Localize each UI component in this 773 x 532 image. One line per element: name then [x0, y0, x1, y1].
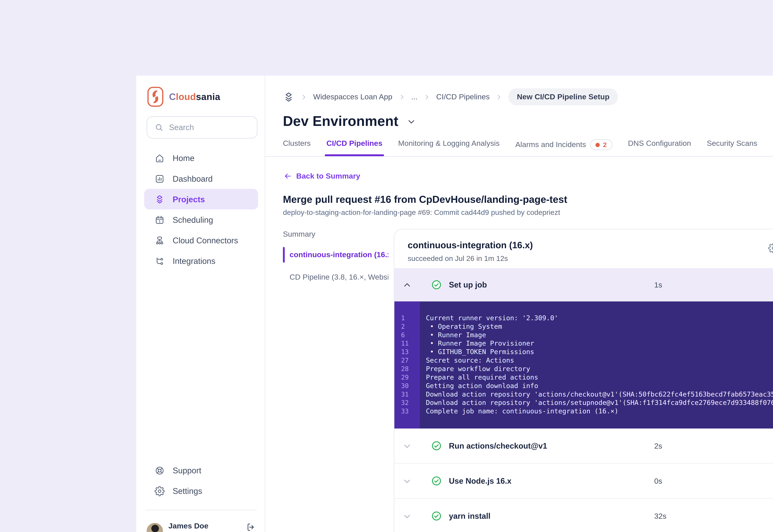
log-line-number: 29 [394, 374, 420, 381]
brand: Cloudsania [147, 87, 220, 106]
breadcrumb-current[interactable]: New CI/CD Pipeline Setup [508, 88, 618, 105]
sidebar-item-dashboard[interactable]: Dashboard [144, 168, 258, 189]
sidebar-item-icon [154, 194, 165, 204]
job-nav-item-continuous-integration-16-x[interactable]: continuous-integration (16.x) [283, 246, 388, 264]
tab-label: Monitoring & Logging Analysis [398, 139, 499, 148]
log-lines: 1 Current runner version: '2.309.0' 2 • … [394, 301, 773, 415]
step-row-run-actions-checkout-v1[interactable]: Run actions/checkout@v1 2s [394, 429, 773, 464]
breadcrumb-items: Widespacces Loan App ... CI/CD Pipelines [301, 93, 490, 101]
tab-label: Clusters [283, 139, 311, 148]
log-line-number: 32 [394, 399, 420, 406]
log-line-text: Getting action download info [420, 382, 538, 390]
log-line: 13 • GITHUB_TOKEN Permissions [394, 347, 773, 356]
sidebar-item-integrations[interactable]: Integrations [144, 251, 258, 271]
step-row-use-node-js-16-x[interactable]: Use Node.js 16.x 0s [394, 464, 773, 499]
log-line-number: 30 [394, 382, 420, 389]
tab-monitoring-logging-analysis[interactable]: Monitoring & Logging Analysis [398, 139, 499, 155]
log-line: 11 • Runner Image Provisioner [394, 339, 773, 347]
breadcrumb-label: Widespacces Loan App [313, 93, 392, 101]
log-line: 30 Getting action download info [394, 381, 773, 390]
sidebar-item-label: Support [173, 466, 201, 475]
sidebar-item-support[interactable]: Support [144, 460, 258, 481]
chevron-down-icon[interactable] [407, 117, 415, 126]
log-line: 6 • Runner Image [394, 330, 773, 339]
sidebar-item-scheduling[interactable]: 1 Scheduling [144, 209, 258, 230]
layers-icon [283, 91, 294, 103]
check-circle-icon [431, 441, 442, 451]
tab-label: Security Scans [707, 139, 757, 148]
log-line-text: • Operating System [420, 322, 502, 330]
tab-dns-configuration[interactable]: DNS Configuration [628, 139, 691, 155]
tab-label: CI/CD Pipelines [326, 139, 382, 148]
logout-icon[interactable] [246, 522, 256, 532]
job-nav-label: continuous-integration (16.x) [290, 251, 388, 259]
tab-clusters[interactable]: Clusters [283, 139, 311, 155]
log-line: 32 Download action repository 'actions/s… [394, 398, 773, 407]
job-nav-label: CD Pipeline (3.8, 16.×, Website, [290, 273, 388, 281]
gear-icon[interactable] [768, 243, 773, 254]
log-line: 33 Complete job name: continuous-integra… [394, 407, 773, 415]
sidebar-item-icon [154, 256, 165, 266]
page-title-row: Dev Environment [283, 113, 415, 130]
job-nav-item-cd-pipeline-3-8-16-website[interactable]: CD Pipeline (3.8, 16.×, Website, [283, 268, 388, 286]
sidebar-item-home[interactable]: Home [144, 148, 258, 168]
sidebar-divider [145, 510, 257, 510]
back-label: Back to Summary [296, 172, 360, 180]
step-name: Run actions/checkout@v1 [449, 441, 547, 450]
log-line-number: 2 [394, 323, 420, 330]
tab-ci-cd-pipelines[interactable]: CI/CD Pipelines [326, 139, 382, 155]
breadcrumb-item-ci-cd-pipelines[interactable]: CI/CD Pipelines [423, 93, 490, 101]
log-line-number: 13 [394, 348, 420, 355]
step-row-yarn-install[interactable]: yarn install 32s [394, 499, 773, 532]
tab-label: DNS Configuration [628, 139, 691, 148]
search-input[interactable]: Search [146, 116, 258, 139]
incident-count: 2 [603, 141, 607, 148]
chevron-up-icon[interactable] [403, 281, 411, 289]
user-name: James Doe [168, 522, 241, 530]
log-line: 28 Prepare workflow directory [394, 364, 773, 373]
log-line-text: Secret source: Actions [420, 356, 514, 364]
main-content: Widespacces Loan App ... CI/CD Pipelines… [265, 76, 773, 532]
step-duration: 1s [654, 281, 662, 289]
check-circle-icon [431, 280, 442, 290]
log-line-text: Complete job name: continuous-integratio… [420, 407, 619, 415]
log-line: 27 Secret source: Actions [394, 356, 773, 364]
step-duration: 0s [654, 477, 662, 485]
log-line-text: Current runner version: '2.309.0' [420, 314, 558, 322]
breadcrumb-item-[interactable]: ... [398, 93, 417, 101]
sidebar-item-cloud-connectors[interactable]: Cloud Connectors [144, 230, 258, 251]
breadcrumb-item-widespacces-loan-app[interactable]: Widespacces Loan App [301, 93, 392, 101]
log-line-text: Prepare workflow directory [420, 365, 530, 373]
sidebar-item-icon [154, 235, 165, 245]
job-nav-summary[interactable]: Summary [283, 227, 388, 241]
search-placeholder: Search [169, 123, 194, 132]
sidebar-item-icon [154, 465, 165, 475]
sidebar-item-label: Cloud Connectors [173, 236, 238, 245]
chevron-down-icon[interactable] [403, 512, 411, 520]
sidebar-item-settings[interactable]: Settings [144, 481, 258, 501]
breadcrumb-label: ... [411, 93, 417, 101]
sidebar-item-projects[interactable]: Projects [144, 189, 258, 209]
chevron-right-icon [398, 93, 405, 100]
step-row-set-up-job[interactable]: Set up job 1s [394, 268, 773, 302]
log-line-text: Download action repository 'actions/chec… [420, 390, 773, 398]
check-circle-icon [431, 511, 442, 521]
sidebar-item-icon [154, 486, 165, 496]
app-window: Cloudsania Search Home Dashboard Project… [136, 76, 773, 532]
job-header: continuous-integration (16.x) succeeded … [394, 229, 773, 268]
sidebar-item-icon: 1 [154, 215, 165, 225]
tab-label: Alarms and Incidents [515, 140, 586, 149]
tab-alarms-and-incidents[interactable]: Alarms and Incidents 2 [515, 139, 612, 157]
run-title: Merge pull request #16 from CpDevHouse/l… [283, 194, 567, 205]
user-card[interactable]: James Doe james@pensania.com [146, 516, 256, 532]
chevron-down-icon[interactable] [403, 441, 411, 450]
back-to-summary-link[interactable]: Back to Summary [284, 172, 360, 180]
log-line: 1 Current runner version: '2.309.0' [394, 314, 773, 322]
tab-security-scans[interactable]: Security Scans [707, 139, 757, 155]
step-duration: 2s [654, 441, 662, 450]
chevron-down-icon[interactable] [403, 477, 411, 485]
job-nav: Summary continuous-integration (16.x) CD… [283, 227, 388, 286]
log-line: 2 • Operating System [394, 322, 773, 331]
log-line-number: 1 [394, 314, 420, 321]
sidebar-item-label: Integrations [173, 256, 216, 265]
